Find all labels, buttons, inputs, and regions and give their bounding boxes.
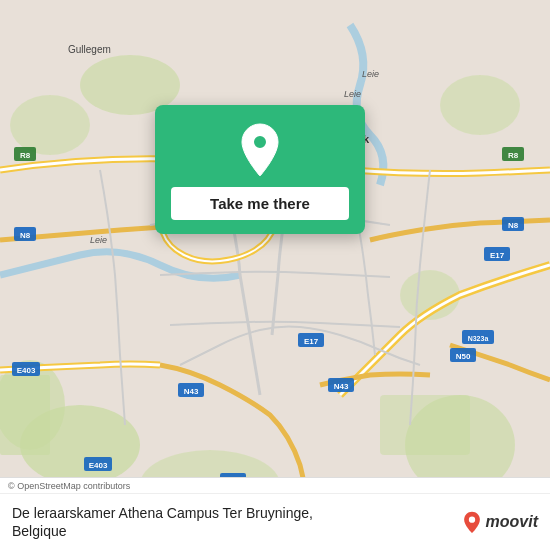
svg-text:E17: E17 [490,251,505,260]
svg-point-43 [253,135,267,149]
map-svg: R8 R8 N8 N8 E17 E17 N50 N323a E403 E403 … [0,0,550,550]
svg-text:Leie: Leie [362,69,379,79]
svg-text:N50: N50 [456,352,471,361]
pin-icon-wrapper [233,123,287,177]
svg-point-6 [10,95,90,155]
svg-text:R8: R8 [508,151,519,160]
bottom-bar: © OpenStreetMap contributors De leraarsk… [0,477,550,550]
moovit-text: moovit [486,513,538,531]
svg-text:E403: E403 [17,366,36,375]
svg-text:N323a: N323a [468,335,489,342]
attribution-text: © OpenStreetMap contributors [0,478,550,494]
svg-point-7 [440,75,520,135]
location-card: Take me there [155,105,365,234]
svg-rect-3 [380,395,470,455]
svg-text:Leie: Leie [344,89,361,99]
moovit-logo: moovit [461,511,538,533]
svg-text:E403: E403 [89,461,108,470]
svg-text:N8: N8 [508,221,519,230]
take-me-there-button[interactable]: Take me there [171,187,349,220]
svg-text:R8: R8 [20,151,31,160]
svg-text:N43: N43 [184,387,199,396]
place-name: De leraarskamer Athena Campus Ter Bruyni… [12,504,313,540]
svg-text:Leie: Leie [90,235,107,245]
place-info: De leraarskamer Athena Campus Ter Bruyni… [0,494,550,550]
map-container: R8 R8 N8 N8 E17 E17 N50 N323a E403 E403 … [0,0,550,550]
svg-text:E17: E17 [304,337,319,346]
svg-text:N8: N8 [20,231,31,240]
svg-text:N43: N43 [334,382,349,391]
moovit-pin-icon [461,511,483,533]
svg-rect-9 [0,375,50,455]
svg-text:Gullegem: Gullegem [68,44,111,55]
location-pin-icon [236,122,284,178]
svg-point-44 [468,516,474,522]
